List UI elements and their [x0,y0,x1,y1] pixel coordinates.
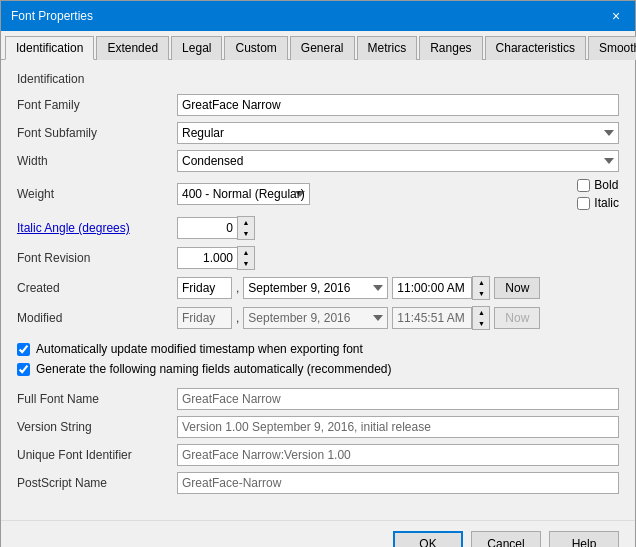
font-family-input[interactable] [177,94,619,116]
created-time-spinner: ▲ ▼ [392,276,490,300]
postscript-name-value-wrapper [177,472,619,494]
postscript-name-label: PostScript Name [17,476,177,490]
modified-row: Modified , September 9, 2016 ▲ ▼ Now [17,306,619,330]
italic-angle-spin-buttons: ▲ ▼ [237,216,255,240]
weight-select-wrapper: 400 - Normal (Regular) [177,183,569,205]
full-font-name-row: Full Font Name [17,388,619,410]
width-select-wrapper: Condensed [177,150,619,172]
auto-update-label: Automatically update modified timestamp … [36,342,363,356]
postscript-name-input[interactable] [177,472,619,494]
created-monthyear-wrapper: September 9, 2016 [243,277,388,299]
font-revision-label: Font Revision [17,251,177,265]
bold-label: Bold [594,178,618,192]
font-properties-dialog: Font Properties × Identification Extende… [0,0,636,547]
modified-time-up-button[interactable]: ▲ [473,307,489,318]
created-time-up-button[interactable]: ▲ [473,277,489,288]
italic-angle-spinner: ▲ ▼ [177,216,255,240]
version-string-row: Version String [17,416,619,438]
italic-angle-label[interactable]: Italic Angle (degrees) [17,221,177,235]
dialog-title: Font Properties [11,9,93,23]
width-select[interactable]: Condensed [177,150,619,172]
modified-monthyear-wrapper: September 9, 2016 [243,307,388,329]
unique-font-id-input[interactable] [177,444,619,466]
modified-time-spinner: ▲ ▼ [392,306,490,330]
font-subfamily-select-wrapper: Regular [177,122,619,144]
modified-monthyear-select[interactable]: September 9, 2016 [243,307,388,329]
font-revision-spinner: ▲ ▼ [177,246,255,270]
created-time-down-button[interactable]: ▼ [473,288,489,299]
close-button[interactable]: × [607,7,625,25]
created-datetime: , September 9, 2016 ▲ ▼ Now [177,276,540,300]
unique-font-id-row: Unique Font Identifier [17,444,619,466]
font-family-label: Font Family [17,98,177,112]
modified-comma: , [236,311,239,325]
bold-checkbox-label[interactable]: Bold [577,178,619,192]
italic-checkbox[interactable] [577,197,590,210]
version-string-label: Version String [17,420,177,434]
button-bar: OK Cancel Help [1,520,635,547]
font-subfamily-row: Font Subfamily Regular [17,122,619,144]
created-time-spin-buttons: ▲ ▼ [472,276,490,300]
font-revision-spin-buttons: ▲ ▼ [237,246,255,270]
bold-checkbox[interactable] [577,179,590,192]
title-bar: Font Properties × [1,1,635,31]
font-revision-input[interactable] [177,247,237,269]
font-revision-up-button[interactable]: ▲ [238,247,254,258]
created-monthyear-select[interactable]: September 9, 2016 [243,277,388,299]
tab-general[interactable]: General [290,36,355,60]
modified-datetime: , September 9, 2016 ▲ ▼ Now [177,306,540,330]
created-time-input[interactable] [392,277,472,299]
font-family-value-wrapper [177,94,619,116]
tab-content: Identification Font Family Font Subfamil… [1,60,635,512]
tab-smoothing[interactable]: Smoothing [588,36,636,60]
full-font-name-label: Full Font Name [17,392,177,406]
created-now-button[interactable]: Now [494,277,540,299]
tab-ranges[interactable]: Ranges [419,36,482,60]
auto-update-checkbox[interactable] [17,343,30,356]
auto-generate-checkbox[interactable] [17,363,30,376]
tab-extended[interactable]: Extended [96,36,169,60]
italic-angle-row: Italic Angle (degrees) ▲ ▼ [17,216,619,240]
unique-font-id-value-wrapper [177,444,619,466]
tabs-bar: Identification Extended Legal Custom Gen… [1,31,635,60]
weight-checkboxes: Bold Italic [577,178,619,210]
width-label: Width [17,154,177,168]
font-subfamily-select[interactable]: Regular [177,122,619,144]
tab-legal[interactable]: Legal [171,36,222,60]
created-row: Created , September 9, 2016 ▲ ▼ Now [17,276,619,300]
auto-generate-row: Generate the following naming fields aut… [17,362,619,376]
auto-update-row: Automatically update modified timestamp … [17,342,619,356]
ok-button[interactable]: OK [393,531,463,547]
italic-angle-up-button[interactable]: ▲ [238,217,254,228]
modified-label: Modified [17,311,177,325]
version-string-input[interactable] [177,416,619,438]
italic-checkbox-label[interactable]: Italic [577,196,619,210]
postscript-name-row: PostScript Name [17,472,619,494]
modified-time-input[interactable] [392,307,472,329]
full-font-name-input[interactable] [177,388,619,410]
tab-custom[interactable]: Custom [224,36,287,60]
help-button[interactable]: Help [549,531,619,547]
font-family-row: Font Family [17,94,619,116]
cancel-button[interactable]: Cancel [471,531,541,547]
tab-identification[interactable]: Identification [5,36,94,60]
weight-select[interactable]: 400 - Normal (Regular) [177,183,310,205]
tab-characteristics[interactable]: Characteristics [485,36,586,60]
tab-metrics[interactable]: Metrics [357,36,418,60]
modified-time-down-button[interactable]: ▼ [473,318,489,329]
width-row: Width Condensed [17,150,619,172]
font-revision-row: Font Revision ▲ ▼ [17,246,619,270]
created-day-input[interactable] [177,277,232,299]
auto-generate-label: Generate the following naming fields aut… [36,362,392,376]
modified-now-button[interactable]: Now [494,307,540,329]
created-comma: , [236,281,239,295]
full-font-name-value-wrapper [177,388,619,410]
modified-day-input[interactable] [177,307,232,329]
italic-angle-input[interactable] [177,217,237,239]
modified-time-spin-buttons: ▲ ▼ [472,306,490,330]
font-subfamily-label: Font Subfamily [17,126,177,140]
font-revision-down-button[interactable]: ▼ [238,258,254,269]
weight-label: Weight [17,187,177,201]
created-label: Created [17,281,177,295]
italic-angle-down-button[interactable]: ▼ [238,228,254,239]
